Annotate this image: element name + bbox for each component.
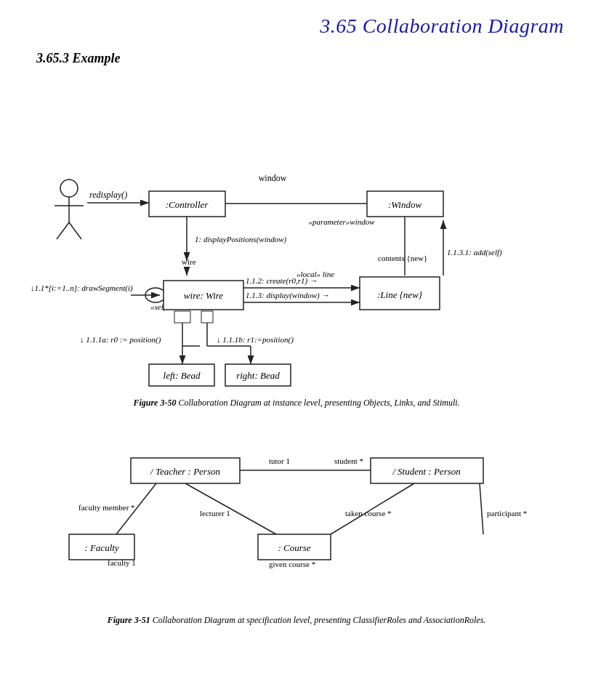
figure2-label: Figure 3-51: [108, 615, 150, 625]
page-title: 3.65 Collaboration Diagram: [29, 15, 564, 38]
svg-line-4: [69, 222, 81, 239]
diagram2: / Teacher : Person / Student : Person tu…: [29, 422, 581, 611]
svg-text::Window: :Window: [388, 199, 422, 210]
svg-text:right: Bead: right: Bead: [236, 370, 280, 381]
section-title: 3.65.3 Example: [36, 51, 564, 66]
svg-text:↓ 1.1.1a: r0 := position(): ↓ 1.1.1a: r0 := position(): [80, 335, 161, 345]
svg-text:wire: wire: [182, 257, 196, 266]
svg-line-3: [57, 222, 69, 239]
svg-text:window: window: [259, 173, 287, 183]
figure1-caption: Figure 3-50 Collaboration Diagram at ins…: [42, 398, 551, 409]
svg-text:participant *: participant *: [487, 509, 527, 518]
diagram1: redisplay() :Controller window :Window «…: [29, 81, 581, 393]
svg-rect-27: [201, 311, 213, 323]
svg-text:taken course *: taken course *: [345, 509, 392, 518]
svg-line-74: [480, 483, 483, 534]
svg-text:↓1.1*[i:=1..n]: drawSegment(i): ↓1.1*[i:=1..n]: drawSegment(i): [31, 283, 133, 293]
svg-text:student *: student *: [334, 456, 363, 465]
svg-text:: Faculty: : Faculty: [84, 542, 119, 553]
svg-text:1.1.2: create(r0,r1) →: 1.1.2: create(r0,r1) →: [246, 276, 318, 286]
svg-text:«parameter»window: «parameter»window: [308, 217, 375, 226]
svg-text:tutor 1: tutor 1: [269, 456, 290, 465]
svg-text:1: displayPositions(window): 1: displayPositions(window): [195, 235, 287, 244]
svg-text:↓ 1.1.1b: r1:=position(): ↓ 1.1.1b: r1:=position(): [217, 335, 294, 345]
svg-text:lecturer 1: lecturer 1: [200, 509, 230, 518]
svg-rect-75: [472, 534, 516, 538]
svg-text:faculty member *: faculty member *: [78, 503, 135, 512]
svg-text:1.1.3.1: add(self): 1.1.3.1: add(self): [447, 248, 502, 257]
svg-line-68: [185, 483, 276, 534]
svg-point-0: [60, 180, 78, 197]
svg-text:given course *: given course *: [269, 560, 315, 568]
svg-rect-25: [174, 311, 190, 323]
svg-text:left: Bead: left: Bead: [164, 370, 201, 381]
svg-text:/ Student : Person: / Student : Person: [392, 466, 461, 477]
svg-text:/ Teacher : Person: / Teacher : Person: [150, 466, 220, 477]
svg-text:contents {new}: contents {new}: [378, 254, 427, 262]
svg-text:faculty 1: faculty 1: [108, 558, 136, 567]
page: 3.65 Collaboration Diagram 3.65.3 Exampl…: [0, 0, 593, 661]
svg-text:1.1.3: display(window) →: 1.1.3: display(window) →: [246, 291, 330, 300]
figure1-label: Figure 3-50: [133, 398, 176, 408]
svg-text:: Course: : Course: [278, 542, 310, 553]
figure1-text: Collaboration Diagram at instance level,…: [176, 398, 459, 408]
svg-text:wire: Wire: wire: Wire: [184, 290, 224, 301]
svg-text:redisplay(): redisplay(): [89, 190, 127, 200]
svg-text::Line {new}: :Line {new}: [377, 289, 423, 300]
svg-text::Controller: :Controller: [166, 199, 209, 210]
figure2-text: Collaboration Diagram at specification l…: [150, 615, 486, 625]
figure2-caption: Figure 3-51 Collaboration Diagram at spe…: [42, 615, 551, 626]
